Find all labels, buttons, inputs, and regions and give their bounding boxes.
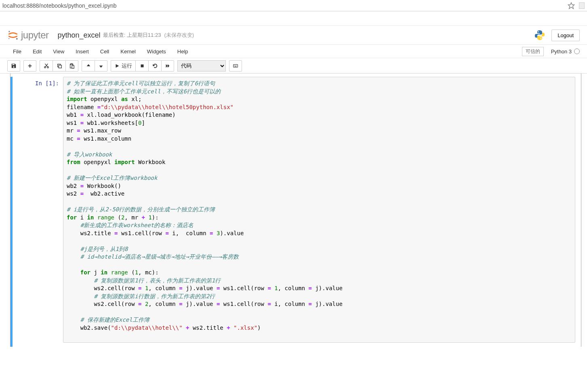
cut-button[interactable] xyxy=(40,60,53,72)
menu-help[interactable]: Help xyxy=(172,45,194,58)
menu-edit[interactable]: Edit xyxy=(27,45,47,58)
menu-insert[interactable]: Insert xyxy=(70,45,95,58)
kernel-indicator[interactable]: Python 3 xyxy=(551,48,580,55)
autosave-status: (未保存改变) xyxy=(164,32,194,39)
svg-rect-15 xyxy=(71,63,72,65)
copy-button[interactable] xyxy=(53,60,65,72)
move-up-button[interactable] xyxy=(82,60,95,72)
svg-point-4 xyxy=(538,32,539,32)
browser-chrome-spacer xyxy=(0,11,587,26)
trusted-indicator[interactable]: 可信的 xyxy=(522,47,544,56)
run-button[interactable]: 运行 xyxy=(111,60,135,72)
cell-prompt: In [1]: xyxy=(13,77,63,347)
command-palette-button[interactable] xyxy=(229,60,242,72)
notebook-area: In [1]: # 为了保证此工作单元cell可以独立运行，复制了6行语句 # … xyxy=(0,74,587,347)
svg-rect-18 xyxy=(234,64,238,67)
paste-button[interactable] xyxy=(65,60,78,72)
svg-marker-0 xyxy=(568,2,574,8)
jupyter-logo-text: jupyter xyxy=(21,30,49,41)
svg-rect-13 xyxy=(59,65,61,68)
menubar: File Edit View Insert Cell Kernel Widget… xyxy=(0,44,587,58)
kernel-name: Python 3 xyxy=(551,48,572,55)
menu-cell[interactable]: Cell xyxy=(95,45,115,58)
svg-rect-16 xyxy=(72,65,74,68)
notebook-header: jupyter python_excel 最后检查: 上星期日11:23 (未保… xyxy=(0,26,587,44)
svg-point-2 xyxy=(16,38,18,40)
svg-line-11 xyxy=(45,63,47,66)
code-content[interactable]: # 为了保证此工作单元cell可以独立运行，复制了6行语句 # 如果一直有上面那… xyxy=(67,80,572,340)
toolbar: 运行 代码 xyxy=(0,58,587,74)
notebook-container[interactable]: In [1]: # 为了保证此工作单元cell可以独立运行，复制了6行语句 # … xyxy=(10,74,581,347)
kernel-idle-icon xyxy=(574,48,580,54)
bookmark-star-icon[interactable] xyxy=(568,2,575,9)
add-cell-button[interactable] xyxy=(23,60,36,72)
svg-point-5 xyxy=(541,38,541,39)
menu-kernel[interactable]: Kernel xyxy=(115,45,141,58)
svg-line-10 xyxy=(45,63,48,66)
save-button[interactable] xyxy=(7,60,20,72)
browser-url-bar: localhost:8888/notebooks/python_excel.ip… xyxy=(0,0,587,11)
svg-rect-17 xyxy=(141,64,143,67)
svg-point-3 xyxy=(8,38,10,39)
cell-type-select[interactable]: 代码 xyxy=(177,60,226,72)
restart-run-all-button[interactable] xyxy=(161,60,174,72)
restart-button[interactable] xyxy=(148,60,161,72)
jupyter-logo-icon xyxy=(7,30,19,41)
checkpoint-status: 最后检查: 上星期日11:23 xyxy=(103,32,161,39)
code-cell[interactable]: In [1]: # 为了保证此工作单元cell可以独立运行，复制了6行语句 # … xyxy=(11,77,579,347)
jupyter-logo[interactable]: jupyter xyxy=(7,30,49,41)
page-icon[interactable] xyxy=(579,2,585,9)
move-down-button[interactable] xyxy=(95,60,107,72)
menu-widgets[interactable]: Widgets xyxy=(141,45,172,58)
cell-input-area[interactable]: # 为了保证此工作单元cell可以独立运行，复制了6行语句 # 如果一直有上面那… xyxy=(63,77,575,343)
notebook-title[interactable]: python_excel xyxy=(58,31,101,40)
logout-button[interactable]: Logout xyxy=(551,30,580,41)
menu-view[interactable]: View xyxy=(47,45,70,58)
python-logo-icon xyxy=(534,29,546,41)
interrupt-button[interactable] xyxy=(135,60,148,72)
url-text[interactable]: localhost:8888/notebooks/python_excel.ip… xyxy=(2,2,568,9)
svg-point-1 xyxy=(8,31,10,32)
menu-file[interactable]: File xyxy=(7,45,27,58)
